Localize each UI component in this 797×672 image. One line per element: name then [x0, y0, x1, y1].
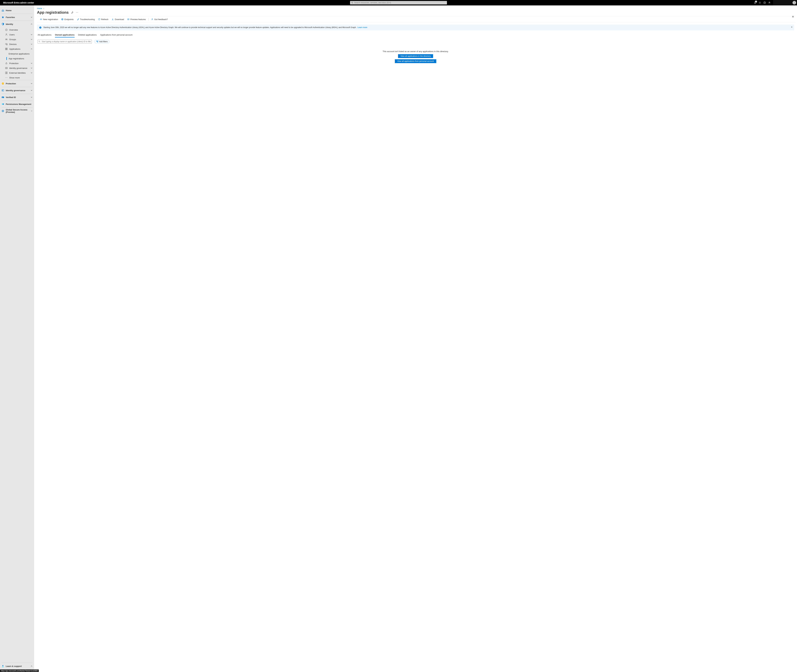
breadcrumb-home-link[interactable]: Home [37, 7, 42, 10]
tab-personal-applications[interactable]: Applications from personal account [100, 33, 133, 37]
svg-line-54 [40, 42, 40, 42]
sidebar-item-permissions-management[interactable]: Permissions Management [0, 101, 34, 107]
svg-point-2 [760, 2, 760, 3]
svg-point-28 [7, 77, 7, 78]
sidebar-item-show-more[interactable]: Show more [3, 75, 34, 80]
governance-icon [5, 67, 8, 69]
learn-more-link[interactable]: Learn more [357, 26, 367, 29]
avatar [792, 1, 796, 5]
sidebar-item-devices[interactable]: Devices [3, 42, 34, 46]
sidebar-label: Show more [9, 77, 20, 79]
star-icon [2, 16, 4, 19]
sidebar-item-external-identities[interactable]: External Identities [3, 70, 34, 75]
more-icon[interactable] [76, 11, 78, 14]
got-feedback-button[interactable]: Got feedback? [149, 16, 170, 22]
global-search-input[interactable] [350, 1, 447, 5]
tabs: All applications Owned applications Dele… [34, 33, 797, 37]
sidebar-item-applications[interactable]: Applications [3, 46, 34, 51]
top-right-icons: 1 [753, 0, 797, 5]
sidebar-item-identity-governance[interactable]: Identity governance [3, 66, 34, 70]
svg-rect-23 [5, 72, 6, 74]
download-icon [112, 18, 114, 21]
troubleshooting-button[interactable]: Troubleshooting [75, 16, 96, 22]
svg-rect-51 [40, 27, 40, 28]
groups-icon [5, 38, 8, 41]
shield-user-icon [2, 82, 4, 85]
sidebar-item-overview[interactable]: Overview [3, 27, 34, 32]
chevron-right-icon [43, 8, 45, 9]
page-title: App registrations [37, 10, 69, 14]
sidebar-label: Devices [9, 43, 17, 45]
new-registration-button[interactable]: New registration [38, 16, 59, 22]
svg-rect-18 [5, 49, 6, 50]
download-button[interactable]: Download [110, 16, 126, 22]
chevron-down-icon [30, 72, 32, 74]
cmd-label: Download [115, 18, 124, 21]
tab-all-applications[interactable]: All applications [38, 33, 51, 37]
sidebar-item-favorites[interactable]: Favorites [0, 14, 34, 21]
governance-icon [2, 89, 4, 92]
filter-input[interactable] [38, 40, 92, 43]
identity-icon [2, 23, 4, 26]
sidebar-item-verified-id[interactable]: Verified ID [0, 94, 34, 101]
view-all-directory-button[interactable]: View all applications in the directory [398, 54, 433, 58]
sidebar-item-enterprise-apps[interactable]: Enterprise applications [7, 51, 34, 56]
sidebar-item-identity-governance-2[interactable]: Identity governance [0, 87, 34, 94]
info-text: Starting June 30th, 2020 we will no long… [43, 26, 357, 29]
svg-rect-16 [5, 48, 6, 49]
chevron-down-icon [30, 83, 32, 85]
preview-features-button[interactable]: Preview features [126, 16, 147, 22]
settings-button[interactable] [757, 0, 762, 5]
sidebar-label: Identity [6, 23, 13, 26]
sidebar-item-users[interactable]: Users [3, 32, 34, 37]
chevron-down-icon [30, 90, 32, 91]
chevron-down-icon [30, 43, 32, 45]
tab-deleted-applications[interactable]: Deleted applications [78, 33, 97, 37]
chevron-up-icon [30, 665, 32, 667]
page-header: App registrations ✕ [34, 10, 797, 16]
svg-rect-24 [6, 72, 7, 74]
svg-point-29 [3, 83, 3, 84]
sidebar-item-groups[interactable]: Groups [3, 37, 34, 42]
close-blade-button[interactable]: ✕ [792, 15, 794, 19]
refresh-icon [98, 18, 100, 21]
add-filters-button[interactable]: Add filters [94, 40, 110, 43]
sidebar-label: External Identities [9, 72, 26, 74]
sidebar: Home Favorites Identity Overview Users [0, 5, 34, 672]
pin-icon[interactable] [71, 11, 74, 14]
sidebar-item-global-secure-access[interactable]: Global Secure Access (Preview) [0, 107, 34, 114]
svg-rect-17 [6, 48, 7, 49]
sidebar-label: Verified ID [6, 96, 16, 99]
svg-rect-19 [6, 49, 7, 50]
devices-icon [5, 43, 8, 45]
view-all-personal-button[interactable]: View all applications from personal acco… [395, 59, 436, 63]
add-filters-label: Add filters [99, 40, 107, 43]
svg-point-0 [352, 2, 353, 3]
sidebar-item-home[interactable]: Home [0, 7, 34, 14]
refresh-button[interactable]: Refresh [96, 16, 110, 22]
chevron-down-icon [30, 62, 32, 64]
sidebar-label: Overview [9, 29, 18, 31]
dismiss-info-button[interactable]: ✕ [791, 26, 792, 29]
svg-point-13 [6, 39, 7, 39]
sidebar-label: Home [6, 9, 11, 12]
sidebar-item-identity[interactable]: Identity [0, 21, 34, 27]
svg-point-49 [152, 19, 152, 19]
sidebar-label: Protection [9, 62, 19, 64]
sidebar-item-protection[interactable]: Protection [3, 61, 34, 66]
sidebar-label: Permissions Management [6, 103, 31, 106]
chevron-down-icon [30, 38, 32, 40]
sidebar-item-app-registrations[interactable]: App registrations [7, 56, 34, 61]
svg-point-5 [769, 2, 770, 3]
sidebar-item-protection-2[interactable]: Protection [0, 80, 34, 87]
endpoints-button[interactable]: Endpoints [59, 16, 75, 22]
notifications-button[interactable]: 1 [753, 0, 757, 5]
sidebar-label: Learn & support [6, 665, 22, 667]
tab-owned-applications[interactable]: Owned applications [55, 33, 75, 37]
info-banner: Starting June 30th, 2020 we will no long… [37, 24, 794, 30]
feedback-button[interactable] [767, 0, 772, 5]
cmd-label: Endpoints [64, 18, 74, 21]
sidebar-item-learn-support[interactable]: Learn & support [0, 663, 34, 669]
help-button[interactable] [762, 0, 767, 5]
account-menu[interactable] [773, 0, 797, 5]
